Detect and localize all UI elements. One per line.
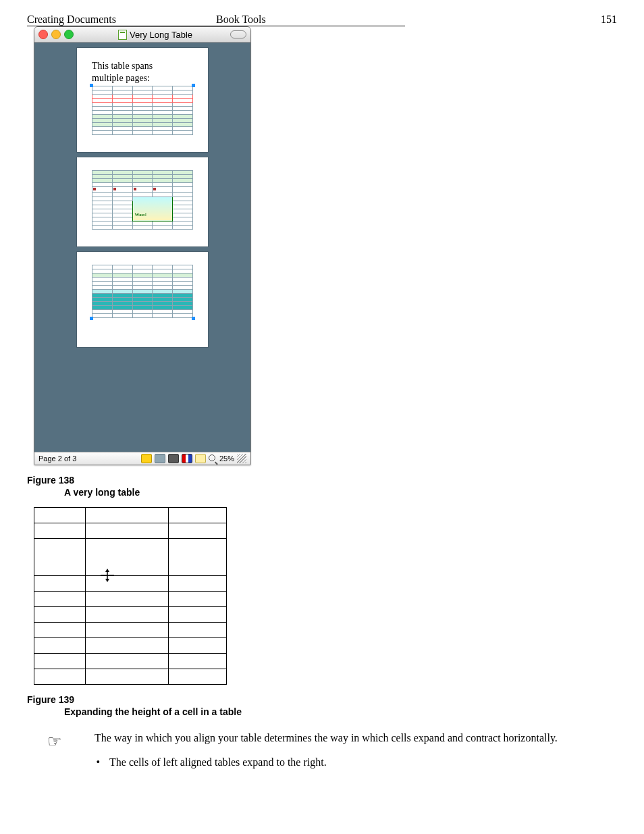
bullet-item: • The cells of left aligned tables expan… — [27, 756, 617, 768]
pointing-hand-icon: ☞ — [27, 731, 95, 752]
thumb-footer — [92, 234, 193, 237]
status-icon[interactable] — [168, 454, 179, 463]
document-icon — [118, 30, 127, 40]
page-header: Creating Documents Book Tools 151 — [27, 14, 617, 26]
thumb-header — [92, 259, 193, 262]
minimize-icon[interactable] — [51, 30, 61, 39]
header-rule — [27, 26, 405, 26]
window-statusbar: Page 2 of 3 25% — [34, 452, 250, 465]
page-thumb-2[interactable]: Wow! — [77, 157, 208, 246]
thumb-footer — [92, 334, 193, 338]
row-resize-cursor-icon[interactable] — [101, 569, 114, 582]
wow-label: Wow! — [135, 212, 147, 217]
figure-number: Figure 138 — [27, 475, 617, 486]
thumb-footer — [92, 139, 193, 142]
magnifier-icon[interactable] — [209, 454, 217, 463]
traffic-lights — [38, 30, 74, 39]
thumb-header — [92, 55, 193, 58]
table-caption-line2: multiple pages: — [92, 73, 193, 83]
status-icon[interactable] — [141, 454, 152, 463]
selection-handle-icon[interactable] — [90, 317, 93, 320]
resize-grip-icon[interactable] — [237, 454, 246, 463]
svg-marker-3 — [105, 579, 109, 582]
bullet-marker: • — [27, 756, 109, 768]
window-titlebar[interactable]: Very Long Table — [34, 27, 250, 43]
page-thumb-3[interactable] — [77, 252, 208, 347]
bullet-text: The cells of left aligned tables expand … — [109, 756, 327, 768]
resize-demo-table — [34, 507, 227, 685]
figure-title: Expanding the height of a cell in a tabl… — [64, 706, 617, 717]
status-page[interactable]: Page 2 of 3 — [38, 454, 76, 463]
note-block: ☞ The way in which you align your table … — [27, 731, 617, 752]
selection-handle-icon[interactable] — [192, 317, 195, 320]
status-icon[interactable] — [155, 454, 165, 463]
selection-handle-icon[interactable] — [90, 84, 93, 87]
selection-handle-icon[interactable] — [192, 84, 195, 87]
mini-table-3 — [92, 265, 193, 318]
window-title: Very Long Table — [130, 30, 192, 40]
toolbar-toggle-icon[interactable] — [230, 30, 246, 38]
table-caption-line1: This table spans — [92, 61, 193, 71]
header-subsection: Book Tools — [216, 14, 405, 26]
document-canvas[interactable]: This table spans multiple pages: — [34, 43, 250, 452]
figure-number: Figure 139 — [27, 694, 617, 705]
header-section: Creating Documents — [27, 14, 216, 26]
flag-icon[interactable] — [182, 454, 192, 463]
page-thumb-1[interactable]: This table spans multiple pages: — [77, 48, 208, 152]
note-icon[interactable] — [195, 454, 206, 463]
mini-table-2: Wow! — [92, 170, 193, 230]
mini-table-1 — [92, 86, 193, 135]
zoom-icon[interactable] — [64, 30, 74, 39]
header-page-number: 151 — [405, 14, 617, 26]
status-zoom[interactable]: 25% — [219, 454, 234, 463]
thumb-header — [92, 164, 193, 167]
svg-marker-2 — [105, 569, 109, 572]
note-text: The way in which you align your table de… — [95, 731, 617, 752]
app-window: Very Long Table This table spans multipl… — [34, 26, 251, 465]
close-icon[interactable] — [38, 30, 48, 39]
figure-title: A very long table — [64, 487, 617, 498]
